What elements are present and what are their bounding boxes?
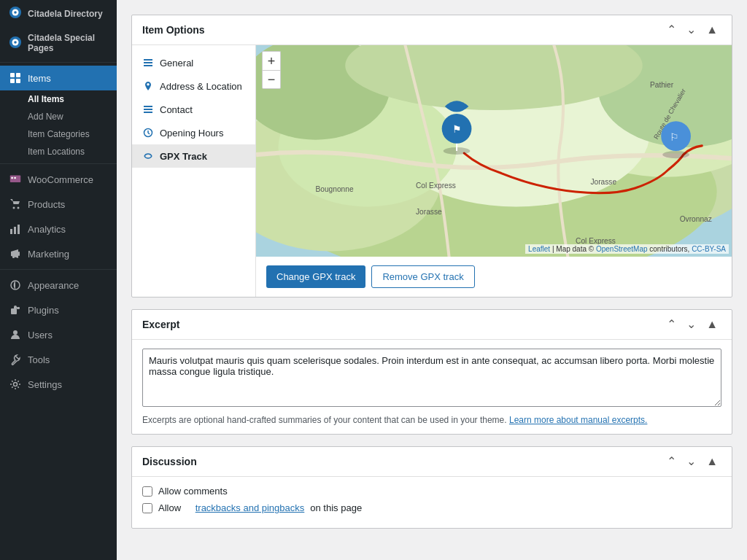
excerpt-expand-btn[interactable]: ▲ [703, 317, 721, 332]
sidebar-item-plugins-label: Plugins [28, 305, 59, 316]
discussion-expand-btn[interactable]: ▲ [703, 454, 721, 469]
license-link[interactable]: CC-BY-SA [692, 245, 726, 253]
panel-expand-btn[interactable]: ▲ [703, 23, 721, 37]
svg-text:Col Express: Col Express [416, 182, 456, 190]
citadela-special-pages-icon [9, 36, 22, 51]
excerpt-body: Mauris volutpat mauris quis quam sceleri… [132, 340, 732, 434]
allow-comments-label: Allow comments [158, 486, 228, 497]
svg-text:Jorasse: Jorasse [416, 208, 442, 216]
svg-text:Pathier: Pathier [650, 81, 674, 89]
nav-contact[interactable]: Contact [132, 98, 255, 121]
discussion-header: Discussion ⌃ ⌄ ▲ [132, 447, 732, 477]
svg-rect-25 [144, 62, 152, 63]
excerpt-title: Excerpt [142, 319, 179, 330]
sidebar-item-users-label: Users [28, 330, 53, 341]
sidebar-item-analytics[interactable]: Analytics [0, 217, 117, 241]
sidebar-item-users[interactable]: Users [0, 322, 117, 347]
trackbacks-link[interactable]: trackbacks and pingbacks [196, 502, 305, 513]
svg-rect-27 [144, 106, 152, 107]
nav-address-location[interactable]: Address & Location [132, 74, 255, 98]
opening-hours-nav-icon [142, 127, 154, 139]
excerpt-header: Excerpt ⌃ ⌄ ▲ [132, 310, 732, 340]
svg-rect-17 [18, 252, 20, 256]
nav-general[interactable]: General [132, 51, 255, 74]
excerpt-learn-more-link[interactable]: Learn more about manual excerpts. [509, 415, 647, 425]
sidebar-item-marketing[interactable]: Marketing [0, 241, 117, 266]
sidebar-sub-item-locations[interactable]: Item Locations [0, 143, 117, 160]
map-container[interactable]: Bougnonne Col Express Col Express Jorass… [256, 45, 732, 257]
svg-rect-29 [144, 112, 152, 113]
svg-rect-14 [10, 229, 12, 234]
remove-gpx-track-btn[interactable]: Remove GPX track [371, 265, 474, 288]
svg-rect-15 [14, 227, 16, 234]
sidebar-item-plugins[interactable]: Plugins [0, 298, 117, 322]
svg-text:⚐: ⚐ [670, 131, 679, 143]
sidebar-logo-special-pages-text: Citadela Special Pages [28, 33, 108, 53]
sidebar-item-items[interactable]: Items [0, 66, 117, 90]
svg-rect-10 [11, 177, 12, 179]
svg-rect-26 [144, 65, 152, 66]
excerpt-textarea[interactable]: Mauris volutpat mauris quis quam sceleri… [142, 349, 721, 407]
allow-comments-checkbox[interactable] [142, 486, 152, 497]
sidebar-item-items-label: Items [28, 73, 51, 84]
sidebar-item-appearance[interactable]: Appearance [0, 273, 117, 298]
discussion-panel-controls: ⌃ ⌄ ▲ [663, 454, 721, 469]
sidebar-item-tools-label: Tools [28, 354, 50, 365]
trackbacks-suffix: on this page [310, 502, 362, 513]
nav-opening-hours[interactable]: Opening Hours [132, 121, 255, 144]
nav-opening-hours-label: Opening Hours [160, 128, 223, 139]
map-actions: Change GPX track Remove GPX track [256, 257, 732, 297]
discussion-collapse-down-btn[interactable]: ⌄ [683, 454, 700, 469]
marketing-icon [9, 247, 22, 260]
svg-rect-8 [10, 79, 15, 83]
sidebar-item-products[interactable]: Products [0, 192, 117, 217]
nav-contact-label: Contact [160, 104, 193, 115]
svg-rect-18 [12, 256, 15, 258]
nav-gpx-track[interactable]: GPX Track [132, 144, 255, 168]
discussion-body: Allow comments Allow trackbacks and ping… [132, 477, 732, 528]
nav-address-location-label: Address & Location [160, 81, 242, 92]
svg-rect-16 [18, 225, 20, 234]
svg-rect-7 [16, 73, 20, 77]
analytics-icon [9, 222, 22, 236]
excerpt-collapse-up-btn[interactable]: ⌃ [663, 317, 680, 332]
sidebar-item-appearance-label: Appearance [28, 280, 79, 291]
allow-trackbacks-checkbox[interactable] [142, 503, 152, 513]
excerpt-help-text: Excerpts are optional hand-crafted summa… [142, 415, 721, 425]
panel-collapse-up-btn[interactable]: ⌃ [663, 23, 680, 37]
sidebar-item-settings[interactable]: Settings [0, 372, 117, 397]
woocommerce-icon [9, 173, 22, 186]
change-gpx-track-btn[interactable]: Change GPX track [266, 265, 365, 288]
sidebar-sub-item-categories[interactable]: Item Categories [0, 125, 117, 143]
map-zoom-in-btn[interactable]: + [262, 51, 281, 70]
map-data-text: | Map data © [552, 245, 596, 253]
main-content: Item Options ⌃ ⌄ ▲ General [117, 0, 747, 560]
items-icon [9, 71, 22, 85]
panel-collapse-down-btn[interactable]: ⌄ [683, 23, 700, 37]
svg-rect-24 [144, 59, 152, 61]
map-zoom-controls: + − [262, 51, 281, 89]
sidebar-logo-text: Citadela Directory [28, 9, 103, 19]
map-zoom-out-btn[interactable]: − [262, 70, 281, 89]
sidebar-logo-citadela[interactable]: Citadela Directory [0, 0, 117, 27]
sidebar-item-woocommerce[interactable]: WooCommerce [0, 167, 117, 192]
sidebar-item-settings-label: Settings [28, 379, 62, 390]
map-attribution: Leaflet | Map data © OpenStreetMap contr… [525, 244, 729, 254]
allow-comments-row[interactable]: Allow comments [142, 486, 721, 497]
excerpt-collapse-down-btn[interactable]: ⌄ [683, 317, 700, 332]
svg-point-2 [14, 11, 17, 14]
leaflet-link[interactable]: Leaflet [528, 245, 550, 253]
sidebar-sub-all-items[interactable]: All Items [0, 90, 117, 108]
settings-icon [9, 378, 22, 391]
excerpt-panel: Excerpt ⌃ ⌄ ▲ Mauris volutpat mauris qui… [131, 309, 732, 435]
sidebar-logo-special-pages[interactable]: Citadela Special Pages [0, 27, 117, 59]
allow-trackbacks-row[interactable]: Allow trackbacks and pingbacks on this p… [142, 502, 721, 513]
svg-rect-20 [11, 308, 17, 314]
citadela-directory-icon [9, 6, 22, 21]
svg-rect-11 [14, 177, 15, 179]
sidebar-item-tools[interactable]: Tools [0, 347, 117, 372]
discussion-collapse-up-btn[interactable]: ⌃ [663, 454, 680, 469]
products-icon [9, 198, 22, 211]
osm-link[interactable]: OpenStreetMap [596, 245, 648, 253]
sidebar-sub-add-new[interactable]: Add New [0, 108, 117, 125]
